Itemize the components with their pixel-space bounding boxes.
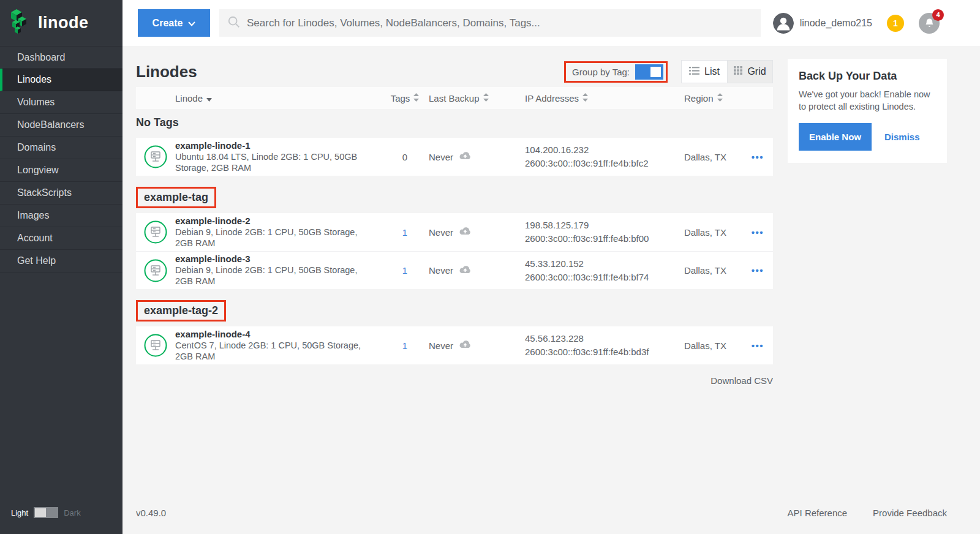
logo-wordmark: linode bbox=[38, 13, 89, 32]
group-tag: No Tags bbox=[136, 116, 179, 129]
ipv6-address: 2600:3c00::f03c:91ff:fe4b:bf74 bbox=[525, 271, 684, 284]
sidebar-item-label: Images bbox=[17, 210, 49, 221]
backup-panel: Back Up Your Data We've got your back! E… bbox=[788, 59, 947, 163]
linode-logo[interactable]: linode bbox=[0, 0, 123, 46]
linode-row[interactable]: example-linode-1 Ubuntu 18.04 LTS, Linod… bbox=[136, 138, 773, 176]
linode-label-cell: example-linode-1 Ubuntu 18.04 LTS, Linod… bbox=[175, 140, 381, 173]
notifications-button[interactable]: 4 bbox=[919, 13, 940, 34]
footer-links: API Reference Provide Feedback bbox=[788, 508, 947, 518]
linode-row[interactable]: example-linode-3 Debian 9, Linode 2GB: 1… bbox=[136, 251, 773, 289]
linode-specs: Debian 9, Linode 2GB: 1 CPU, 50GB Storag… bbox=[175, 265, 364, 287]
dismiss-link[interactable]: Dismiss bbox=[884, 132, 920, 142]
linode-name[interactable]: example-linode-3 bbox=[175, 254, 364, 264]
ip-addresses-cell: 45.33.120.152 2600:3c00::f03c:91ff:fe4b:… bbox=[525, 257, 684, 284]
row-actions-icon[interactable]: ••• bbox=[742, 340, 773, 351]
pending-events-badge[interactable]: 1 bbox=[887, 15, 904, 32]
linode-instance-icon bbox=[136, 145, 175, 168]
row-actions-icon[interactable]: ••• bbox=[742, 227, 773, 238]
column-header-region[interactable]: Region bbox=[684, 93, 742, 103]
tags-count[interactable]: 1 bbox=[381, 265, 429, 276]
sidebar-item-images[interactable]: Images bbox=[0, 205, 123, 227]
sidebar-item-nodebalancers[interactable]: NodeBalancers bbox=[0, 114, 123, 137]
theme-light-label: Light bbox=[11, 508, 28, 517]
linode-instance-icon bbox=[136, 334, 175, 357]
download-csv-link[interactable]: Download CSV bbox=[136, 375, 773, 386]
linode-instance-icon bbox=[136, 259, 175, 282]
linode-name[interactable]: example-linode-4 bbox=[175, 329, 364, 339]
column-header-tags[interactable]: Tags bbox=[381, 93, 429, 103]
view-toggle: List Grid bbox=[681, 60, 773, 83]
column-header-ip-addresses[interactable]: IP Addresses bbox=[525, 93, 684, 103]
ipv6-address: 2600:3c00::f03c:91ff:fe4b:bfc2 bbox=[525, 157, 684, 170]
create-button-label: Create bbox=[153, 18, 183, 29]
sidebar-item-dashboard[interactable]: Dashboard bbox=[0, 46, 123, 69]
search-input[interactable] bbox=[247, 17, 753, 29]
main-panel: Linodes Group by Tag: List bbox=[123, 46, 980, 534]
linode-name[interactable]: example-linode-2 bbox=[175, 216, 364, 226]
table-groups: No Tags bbox=[136, 109, 773, 364]
group-by-tag-toggle[interactable] bbox=[635, 64, 663, 80]
ipv4-address: 45.56.123.228 bbox=[525, 332, 684, 345]
sort-icon bbox=[413, 93, 419, 103]
grid-view-button[interactable]: Grid bbox=[727, 61, 772, 83]
tags-count: 0 bbox=[381, 152, 429, 162]
sidebar-item-volumes[interactable]: Volumes bbox=[0, 91, 123, 114]
grid-view-icon bbox=[734, 66, 742, 77]
linode-specs: Debian 9, Linode 2GB: 1 CPU, 50GB Storag… bbox=[175, 227, 364, 249]
sidebar-item-label: NodeBalancers bbox=[17, 119, 84, 130]
sidebar-item-longview[interactable]: Longview bbox=[0, 159, 123, 182]
group-rows: example-linode-4 CentOS 7, Linode 2GB: 1… bbox=[136, 326, 773, 364]
create-button[interactable]: Create bbox=[138, 9, 210, 37]
backup-panel-body: We've got your back! Enable now to prote… bbox=[799, 89, 936, 113]
sort-desc-icon bbox=[206, 93, 212, 103]
username: linode_demo215 bbox=[800, 18, 872, 29]
sidebar-item-account[interactable]: Account bbox=[0, 227, 123, 250]
sidebar-item-domains[interactable]: Domains bbox=[0, 137, 123, 159]
topbar: Create linode_demo215 1 bbox=[123, 0, 980, 46]
list-view-button[interactable]: List bbox=[682, 61, 727, 83]
sidebar-item-get-help[interactable]: Get Help bbox=[0, 250, 123, 273]
sidebar-item-linodes[interactable]: Linodes bbox=[0, 69, 123, 91]
row-actions-icon[interactable]: ••• bbox=[742, 152, 773, 162]
theme-toggle: Light Dark bbox=[11, 507, 81, 518]
linode-specs: CentOS 7, Linode 2GB: 1 CPU, 50GB Storag… bbox=[175, 340, 364, 362]
list-view-label: List bbox=[704, 66, 720, 77]
row-actions-icon[interactable]: ••• bbox=[742, 265, 773, 276]
backup-panel-title: Back Up Your Data bbox=[799, 70, 936, 83]
tags-count[interactable]: 1 bbox=[381, 340, 429, 351]
sort-icon bbox=[483, 93, 489, 103]
ipv4-address: 198.58.125.179 bbox=[525, 219, 684, 232]
api-reference-link[interactable]: API Reference bbox=[788, 508, 848, 518]
linode-logo-icon bbox=[10, 9, 32, 38]
notification-count-badge: 4 bbox=[932, 9, 944, 21]
sidebar-item-label: Account bbox=[17, 233, 53, 244]
backup-cloud-icon bbox=[459, 340, 472, 351]
theme-toggle-switch[interactable] bbox=[34, 507, 58, 518]
tag-group: example-tag bbox=[136, 176, 773, 289]
last-backup: Never bbox=[429, 340, 453, 351]
linode-specs: Ubuntu 18.04 LTS, Linode 2GB: 1 CPU, 50G… bbox=[175, 152, 364, 173]
ip-addresses-cell: 198.58.125.179 2600:3c00::f03c:91ff:fe4b… bbox=[525, 219, 684, 246]
column-header-last-backup[interactable]: Last Backup bbox=[429, 93, 525, 103]
linode-name[interactable]: example-linode-1 bbox=[175, 140, 364, 151]
tag-group: No Tags bbox=[136, 109, 773, 176]
last-backup: Never bbox=[429, 265, 453, 276]
column-header-linode[interactable]: Linode bbox=[175, 93, 381, 103]
sidebar-item-label: Longview bbox=[17, 165, 59, 176]
last-backup-cell: Never bbox=[429, 340, 525, 351]
sidebar-nav: Dashboard Linodes Volumes NodeBalancers … bbox=[0, 46, 123, 273]
search-bar bbox=[219, 9, 761, 37]
user-avatar-icon bbox=[773, 13, 794, 34]
sidebar-item-label: StackScripts bbox=[17, 187, 72, 198]
enable-now-button[interactable]: Enable Now bbox=[799, 123, 872, 151]
sidebar-item-stackscripts[interactable]: StackScripts bbox=[0, 182, 123, 205]
provide-feedback-link[interactable]: Provide Feedback bbox=[873, 508, 947, 518]
group-tag: example-tag-2 bbox=[136, 300, 226, 322]
linode-label-cell: example-linode-3 Debian 9, Linode 2GB: 1… bbox=[175, 254, 381, 287]
linode-row[interactable]: example-linode-2 Debian 9, Linode 2GB: 1… bbox=[136, 213, 773, 251]
user-menu[interactable]: linode_demo215 bbox=[773, 13, 872, 34]
ipv6-address: 2600:3c00::f03c:91ff:fe4b:bd3f bbox=[525, 345, 684, 359]
linode-row[interactable]: example-linode-4 CentOS 7, Linode 2GB: 1… bbox=[136, 326, 773, 364]
tags-count[interactable]: 1 bbox=[381, 227, 429, 238]
tag-group: example-tag-2 bbox=[136, 289, 773, 364]
